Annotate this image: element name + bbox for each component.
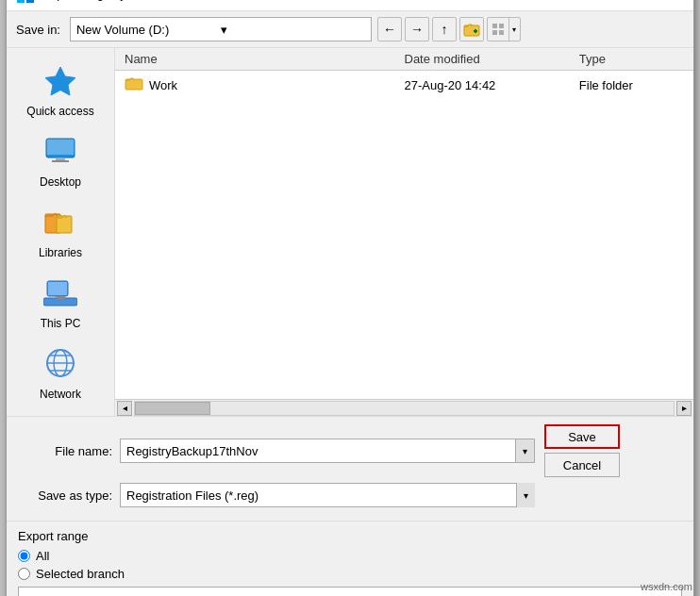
save-in-label: Save in: [16,23,60,37]
svg-rect-14 [47,140,74,155]
file-type-cell: File folder [579,78,684,92]
save-in-arrow-icon: ▾ [221,23,365,37]
radio-selected-branch-label: Selected branch [36,567,125,581]
svg-rect-21 [43,298,77,306]
sidebar: Quick access Desktop [7,48,115,416]
sidebar-item-quick-access[interactable]: Quick access [7,58,114,124]
action-buttons: Save Cancel [544,424,620,477]
svg-rect-28 [125,79,142,90]
svg-rect-10 [499,30,504,35]
views-icon [488,18,508,41]
svg-rect-22 [56,296,65,299]
file-name-input[interactable] [121,439,515,462]
this-pc-label: This PC [41,317,81,330]
network-label: Network [40,388,81,401]
title-bar: Export Registry File ✕ [7,0,693,11]
scroll-thumb[interactable] [135,402,210,415]
desktop-label: Desktop [40,175,81,189]
radio-all-label: All [36,549,49,563]
radio-selected-branch-row: Selected branch [18,567,682,581]
file-name-row: File name: ▾ Save Cancel [18,424,682,477]
scroll-track[interactable] [134,401,675,416]
file-name: Work [149,78,177,92]
column-header-date[interactable]: Date modified [405,52,579,66]
horizontal-scrollbar[interactable]: ◂ ▸ [115,399,693,416]
save-as-type-wrapper: Registration Files (*.reg) All Files (*.… [120,483,535,507]
column-header-type[interactable]: Type [579,52,684,66]
watermark: wsxdn.com [641,581,692,592]
back-button[interactable]: ← [377,17,402,41]
close-button[interactable]: ✕ [656,0,684,7]
scroll-right-button[interactable]: ▸ [676,401,692,416]
sidebar-item-this-pc[interactable]: This PC [7,270,114,336]
views-button[interactable]: ▾ [487,17,521,41]
bottom-form-area: File name: ▾ Save Cancel Save as type: R… [7,416,693,521]
save-as-type-label: Save as type: [18,488,112,503]
network-icon [43,346,77,385]
cancel-button[interactable]: Cancel [544,453,620,477]
back-icon: ← [383,22,396,37]
svg-rect-7 [492,24,497,28]
file-list-header: Name Date modified Type [115,48,693,71]
toolbar-buttons: ← → ↑ [377,17,521,41]
branch-input[interactable] [18,587,682,596]
radio-selected-branch[interactable] [18,568,30,580]
file-name-label: File name: [18,444,112,458]
svg-rect-3 [26,0,34,3]
folder-icon [125,75,143,94]
quick-access-icon [43,63,77,102]
svg-rect-15 [56,157,65,160]
table-row[interactable]: Work 27-Aug-20 14:42 File folder [115,73,693,97]
sidebar-item-desktop[interactable]: Desktop [7,128,114,194]
svg-rect-9 [492,30,497,35]
save-button[interactable]: Save [544,424,620,449]
file-list: Work 27-Aug-20 14:42 File folder [115,71,693,399]
svg-rect-20 [48,282,67,295]
sidebar-item-network[interactable]: Network [7,340,114,406]
save-in-dropdown[interactable]: New Volume (D:) ▾ [70,17,372,41]
desktop-icon [43,134,77,173]
forward-button[interactable]: → [405,17,429,41]
svg-rect-18 [57,216,72,233]
forward-icon: → [410,22,424,37]
file-name-input-wrapper: ▾ [120,439,535,463]
radio-all[interactable] [18,550,30,562]
this-pc-icon [43,275,77,314]
save-as-type-select[interactable]: Registration Files (*.reg) All Files (*.… [120,483,535,507]
content-area: Quick access Desktop [7,48,693,416]
svg-rect-16 [52,160,69,162]
file-list-area: Name Date modified Type Work [115,48,693,416]
export-range-title: Export range [18,529,682,543]
svg-rect-2 [17,0,25,3]
toolbar: Save in: New Volume (D:) ▾ ← → ↑ [7,11,693,48]
app-icon [16,0,35,4]
svg-rect-8 [499,24,504,28]
quick-access-label: Quick access [26,105,93,118]
new-folder-icon [463,22,480,37]
scroll-left-button[interactable]: ◂ [117,401,132,416]
libraries-label: Libraries [39,246,82,259]
dialog: Export Registry File ✕ Save in: New Volu… [6,0,694,596]
up-icon: ↑ [441,22,447,37]
up-button[interactable]: ↑ [432,17,457,41]
save-as-type-row: Save as type: Registration Files (*.reg)… [18,483,682,507]
column-header-name[interactable]: Name [125,52,405,66]
new-folder-button[interactable] [459,17,484,41]
export-range-section: Export range All Selected branch [7,521,693,596]
sidebar-item-libraries[interactable]: Libraries [7,199,114,265]
save-in-value: New Volume (D:) [76,23,221,37]
file-name-cell: Work [125,75,405,94]
svg-marker-11 [45,67,75,95]
radio-all-row: All [18,549,682,563]
views-dropdown-arrow[interactable]: ▾ [508,18,520,41]
title-text: Export Registry File [42,0,656,1]
file-name-dropdown-arrow[interactable]: ▾ [515,439,534,462]
file-date-cell: 27-Aug-20 14:42 [405,78,579,92]
libraries-icon [43,205,77,243]
